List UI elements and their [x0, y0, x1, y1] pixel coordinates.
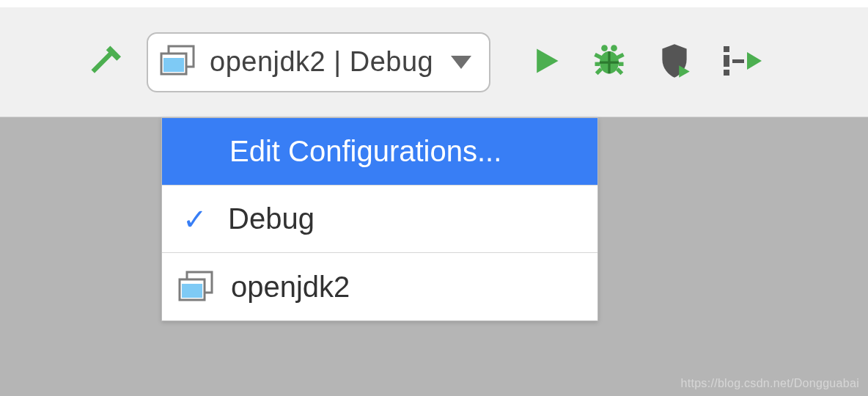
run-configuration-selector[interactable]: openjdk2 | Debug: [147, 32, 490, 92]
config-dropdown-panel: Edit Configurations... ✓ Debug openjdk2: [161, 117, 598, 321]
svg-rect-15: [724, 46, 729, 52]
toolbar: openjdk2 | Debug: [0, 7, 868, 117]
menu-item-label: Edit Configurations...: [229, 135, 501, 168]
window-border: [0, 0, 868, 7]
window-icon: [160, 45, 196, 80]
menu-item-project[interactable]: openjdk2: [162, 253, 597, 320]
profiler-icon[interactable]: [721, 43, 762, 82]
svg-rect-17: [732, 59, 744, 63]
svg-line-9: [617, 54, 624, 57]
menu-item-label: openjdk2: [231, 271, 350, 304]
svg-line-13: [617, 68, 622, 73]
menu-item-debug[interactable]: ✓ Debug: [162, 186, 597, 253]
config-label: openjdk2 | Debug: [210, 46, 433, 78]
svg-line-8: [595, 54, 602, 57]
svg-rect-20: [182, 284, 202, 298]
chevron-down-icon: [451, 56, 471, 69]
debug-icon[interactable]: [590, 42, 628, 83]
svg-line-12: [597, 68, 602, 73]
watermark-text: https://blog.csdn.net/Dongguabai: [680, 377, 859, 390]
build-icon[interactable]: [88, 43, 128, 82]
svg-rect-14: [724, 55, 729, 67]
run-actions-group: [530, 41, 762, 84]
window-icon: [178, 271, 215, 303]
svg-rect-16: [724, 70, 729, 76]
menu-item-edit-configurations[interactable]: Edit Configurations...: [162, 118, 597, 186]
menu-item-label: Debug: [228, 202, 315, 235]
svg-point-6: [601, 45, 608, 51]
svg-point-7: [611, 45, 617, 51]
checkmark-icon: ✓: [178, 202, 212, 236]
run-icon[interactable]: [530, 43, 562, 82]
coverage-icon[interactable]: [656, 41, 693, 84]
svg-rect-2: [163, 58, 184, 72]
